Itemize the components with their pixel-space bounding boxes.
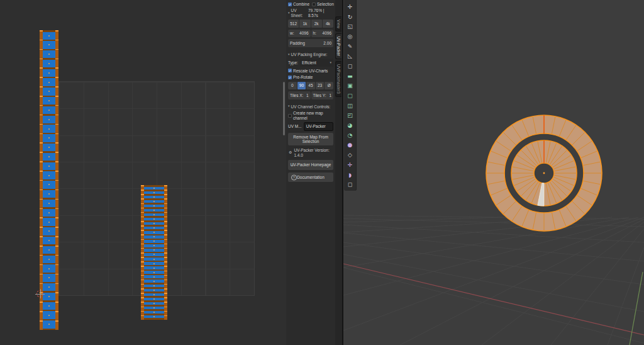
add-cube-tool-icon[interactable]: ◻	[345, 61, 355, 71]
uv-face[interactable]	[43, 153, 55, 161]
measure-tool-icon[interactable]: ◺	[345, 51, 355, 61]
uv-face[interactable]	[144, 249, 164, 252]
size-button-2k[interactable]: 2k	[311, 20, 322, 27]
uv-face[interactable]	[43, 32, 55, 40]
wrapped-box2-tool-icon[interactable]: ◰	[345, 111, 355, 121]
uv-face[interactable]	[43, 50, 55, 58]
uv-face[interactable]	[144, 293, 164, 297]
uv-face[interactable]	[43, 181, 55, 188]
transform-tool-icon[interactable]: ◎	[345, 31, 355, 42]
uv-face[interactable]	[144, 231, 164, 234]
uv-face[interactable]	[43, 227, 55, 235]
tab-uvpackmaster3[interactable]: UVPackmaster3	[335, 61, 341, 97]
rescale-checkbox[interactable]: Rescale UV-Charts	[288, 69, 328, 73]
uv-face[interactable]	[144, 205, 164, 208]
uv-face[interactable]	[144, 298, 164, 301]
move-tool-icon[interactable]: ✛	[345, 2, 355, 12]
uv-face[interactable]	[144, 280, 164, 283]
uv-face[interactable]	[43, 106, 55, 114]
checker-box-tool-icon[interactable]: ▣	[345, 81, 355, 91]
uv-face[interactable]	[43, 69, 55, 77]
uv-face[interactable]	[144, 285, 164, 288]
uv-face[interactable]	[144, 253, 164, 256]
uv-face[interactable]	[144, 200, 164, 203]
width-field[interactable]: w: 4096	[288, 30, 311, 37]
uv-face[interactable]	[43, 209, 55, 217]
uv-face[interactable]	[43, 134, 55, 142]
remove-map-button[interactable]: Remove Map From Selection	[288, 133, 333, 146]
uv-face[interactable]	[144, 218, 164, 221]
create-map-checkbox[interactable]: Create new map channel	[288, 111, 331, 120]
uv-face[interactable]	[144, 213, 164, 217]
size-button-4k[interactable]: 4k	[323, 20, 333, 27]
height-field[interactable]: h: 4096	[311, 30, 334, 37]
scale-tool-icon[interactable]: ◱	[345, 21, 355, 31]
size-button-1k[interactable]: 1k	[299, 20, 310, 27]
uv-face[interactable]	[144, 289, 164, 292]
documentation-button[interactable]: ? Documentation	[288, 172, 333, 182]
uv-island-strip[interactable]	[141, 185, 167, 320]
uv-face[interactable]	[43, 162, 55, 170]
uv-face[interactable]	[144, 209, 164, 212]
uv-face[interactable]	[144, 227, 164, 230]
rotate-button-ø[interactable]: Ø	[325, 82, 333, 89]
disclosure-icon[interactable]: ▾	[288, 11, 290, 15]
uv-face[interactable]	[43, 264, 55, 272]
uv-face[interactable]	[43, 200, 55, 207]
rotate-tool-icon[interactable]: ↻	[345, 12, 355, 22]
uv-island-strip[interactable]	[40, 30, 58, 330]
tiles-x-field[interactable]: Tiles X: 1	[288, 91, 311, 99]
blob-tool-icon[interactable]: ◕	[345, 120, 355, 130]
annotate-tool-icon[interactable]: ✎	[345, 42, 355, 52]
disclosure-icon[interactable]: ▾	[288, 53, 290, 57]
rotate-button-90[interactable]: 90	[297, 82, 306, 89]
uv-face[interactable]	[144, 271, 164, 274]
uv-face[interactable]	[144, 187, 164, 190]
uv-face[interactable]	[43, 97, 55, 105]
uv-face[interactable]	[43, 190, 55, 198]
homepage-button[interactable]: ⌂ UV-Packer Homepage	[288, 160, 333, 169]
uv-editor-scrollbar[interactable]	[283, 82, 285, 135]
cube-project-tool-icon[interactable]: ◻	[345, 179, 355, 189]
uv-face[interactable]	[43, 116, 55, 123]
rotate-button-45[interactable]: 45	[306, 82, 315, 89]
uv-face[interactable]	[144, 196, 164, 199]
uv-face[interactable]	[144, 222, 164, 225]
uv-face[interactable]	[43, 283, 55, 291]
engine-type-dropdown[interactable]: Efficient ▾	[300, 59, 333, 66]
uv-face[interactable]	[144, 240, 164, 243]
uv-face[interactable]	[144, 244, 164, 247]
uv-face[interactable]	[43, 144, 55, 151]
tiles-y-field[interactable]: Tiles Y: 1	[311, 91, 334, 99]
tab-view[interactable]: View	[335, 16, 341, 31]
uv-face[interactable]	[43, 125, 55, 132]
uv-face[interactable]	[43, 302, 55, 310]
uv-face[interactable]	[43, 237, 55, 244]
uv-face[interactable]	[43, 78, 55, 86]
align-tool-icon[interactable]: ✛	[345, 160, 355, 170]
uv-face[interactable]	[43, 88, 55, 95]
size-button-512[interactable]: 512	[288, 20, 299, 27]
viewport-3d[interactable]: ✛↻◱◎✎◺◻▬▣▢◫◰◕◔●◇✛◗◻	[343, 0, 644, 345]
tab-uv-packer[interactable]: UV-Packer	[335, 33, 341, 59]
wedge-tool-icon[interactable]: ◗	[345, 170, 355, 180]
uv-face[interactable]	[144, 191, 164, 195]
uv-face[interactable]	[43, 311, 55, 319]
uv-face[interactable]	[43, 60, 55, 67]
uv-face[interactable]	[43, 218, 55, 225]
uv-face[interactable]	[144, 275, 164, 278]
uv-editor[interactable]	[0, 0, 286, 345]
padding-field[interactable]: Padding 2.00	[288, 39, 333, 47]
combine-checkbox[interactable]: Combine	[288, 2, 309, 6]
wrapped-box-tool-icon[interactable]: ◫	[345, 101, 355, 111]
cage-tool-icon[interactable]: ◇	[345, 150, 355, 160]
uv-face[interactable]	[144, 266, 164, 269]
pie-tool-icon[interactable]: ◔	[345, 130, 355, 140]
uv-face[interactable]	[144, 235, 164, 239]
uv-face[interactable]	[144, 257, 164, 261]
uv-face[interactable]	[144, 302, 164, 305]
uv-face[interactable]	[43, 41, 55, 48]
uv-face[interactable]	[43, 246, 55, 254]
uv-face[interactable]	[144, 307, 164, 310]
prerotate-checkbox[interactable]: Pre-Rotate	[288, 75, 313, 79]
